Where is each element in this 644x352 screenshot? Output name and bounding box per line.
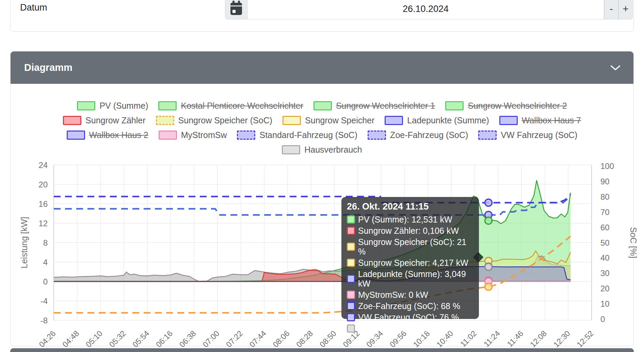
legend-item[interactable]: Wallbox Haus 2	[67, 130, 148, 140]
tooltip-swatch-icon	[347, 215, 355, 224]
tooltip-value: Sungrow Speicher: 4,217 kW	[358, 258, 468, 267]
legend-item[interactable]: Zoe-Fahrzeug (SoC)	[368, 130, 468, 140]
tooltip-row: VW Fahrzeug (SoC): 76 %	[347, 312, 473, 322]
date-input[interactable]	[247, 0, 604, 19]
legend-swatch-icon	[313, 101, 332, 110]
tooltip-title: 26. Okt. 2024 11:15	[347, 201, 473, 212]
tooltip-row: Sungrow Speicher (SoC): 21 %	[347, 237, 473, 256]
chart-legend: PV (Summe)Kostal Plenticore Wechselricht…	[11, 101, 633, 155]
legend-item[interactable]: Hausverbrauch	[282, 145, 362, 155]
tooltip-swatch-icon	[347, 243, 355, 251]
legend-row: PV (Summe)Kostal Plenticore Wechselricht…	[77, 101, 567, 111]
legend-item[interactable]: PV (Summe)	[77, 101, 148, 111]
date-increment-button[interactable]: +	[618, 0, 633, 19]
legend-swatch-icon	[445, 101, 464, 110]
diagram-header[interactable]: Diagramm	[11, 51, 633, 84]
tooltip-swatch-icon	[347, 259, 355, 267]
tooltip-row: Zoe-Fahrzeug (SoC): 68 %	[347, 301, 473, 311]
legend-item[interactable]: Sungrow Wechselrichter 2	[445, 101, 567, 111]
legend-label: VW Fahrzeug (SoC)	[501, 130, 577, 140]
legend-swatch-icon	[283, 116, 301, 125]
tooltip-swatch-icon	[347, 302, 355, 310]
calendar-button[interactable]	[225, 0, 247, 19]
legend-label: MyStromSw	[181, 130, 227, 140]
tooltip-value: PV (Summe): 12,531 kW	[358, 215, 452, 224]
tooltip-swatch-icon	[347, 313, 355, 321]
legend-swatch-icon	[67, 131, 85, 140]
legend-label: Hausverbrauch	[304, 145, 362, 155]
date-label: Datum	[20, 2, 47, 13]
chart-tooltip: 26. Okt. 2024 11:15 PV (Summe): 12,531 k…	[341, 197, 479, 319]
legend-swatch-icon	[63, 116, 81, 125]
legend-item[interactable]: MyStromSw	[159, 130, 227, 140]
legend-label: Standard-Fahrzeug (SoC)	[259, 130, 357, 140]
legend-label: Sungrow Wechselrichter 1	[336, 101, 435, 111]
legend-item[interactable]: Sungrow Zähler	[63, 116, 145, 125]
legend-item[interactable]: VW Fahrzeug (SoC)	[478, 130, 577, 140]
tooltip-value: MyStromSw: 0 kW	[358, 290, 428, 300]
tooltip-value: Zoe-Fahrzeug (SoC): 68 %	[358, 301, 460, 311]
legend-label: Wallbox Haus 2	[89, 130, 148, 140]
tooltip-value: Hausverbrauch: 3,009 kW	[358, 324, 456, 333]
chevron-down-icon[interactable]	[610, 65, 621, 71]
tooltip-row: Hausverbrauch: 3,009 kW	[347, 324, 473, 333]
legend-item[interactable]: Standard-Fahrzeug (SoC)	[237, 130, 357, 140]
tooltip-row: PV (Summe): 12,531 kW	[347, 215, 473, 224]
legend-label: Sungrow Speicher	[305, 116, 374, 125]
legend-swatch-icon	[499, 116, 518, 125]
calendar-icon	[230, 3, 242, 15]
tooltip-row: Ladepunkte (Summe): 3,049 kW	[347, 269, 473, 288]
tooltip-row: MyStromSw: 0 kW	[347, 290, 473, 300]
tooltip-swatch-icon	[347, 227, 355, 235]
legend-item[interactable]: Sungrow Speicher (SoC)	[156, 116, 273, 125]
legend-item[interactable]: Ladepunkte (Summe)	[385, 116, 489, 125]
tooltip-swatch-icon	[347, 291, 355, 299]
legend-label: Sungrow Speicher (SoC)	[178, 116, 273, 125]
tooltip-swatch-icon	[347, 324, 355, 333]
legend-item[interactable]: Wallbox Haus 7	[499, 116, 581, 125]
date-card: Datum - +	[10, 0, 634, 32]
legend-item[interactable]: Sungrow Speicher	[283, 116, 374, 125]
legend-swatch-icon	[156, 116, 174, 125]
legend-swatch-icon	[77, 101, 95, 110]
legend-label: Zoe-Fahrzeug (SoC)	[390, 130, 468, 140]
diagram-card: Diagramm PV (Summe)Kostal Plenticore Wec…	[10, 51, 634, 346]
date-input-group: - +	[225, 0, 633, 19]
tooltip-row: Sungrow Zähler: 0,106 kW	[347, 226, 473, 235]
legend-item[interactable]: Kostal Plenticore Wechselrichter	[158, 101, 303, 111]
legend-swatch-icon	[158, 101, 177, 110]
legend-swatch-icon	[237, 131, 255, 140]
legend-label: Wallbox Haus 7	[522, 116, 581, 125]
tooltip-value: VW Fahrzeug (SoC): 76 %	[358, 312, 459, 322]
legend-swatch-icon	[368, 131, 386, 140]
date-decrement-button[interactable]: -	[604, 0, 618, 19]
legend-label: Kostal Plenticore Wechselrichter	[181, 101, 303, 111]
legend-label: Sungrow Wechselrichter 2	[468, 101, 567, 111]
tooltip-value: Ladepunkte (Summe): 3,049 kW	[358, 269, 473, 288]
legend-swatch-icon	[478, 131, 497, 140]
legend-label: Sungrow Zähler	[85, 116, 145, 125]
legend-item[interactable]: Sungrow Wechselrichter 1	[313, 101, 435, 111]
legend-row: Hausverbrauch	[282, 145, 362, 155]
legend-label: PV (Summe)	[99, 101, 148, 111]
tooltip-swatch-icon	[347, 275, 355, 283]
legend-swatch-icon	[159, 131, 177, 140]
tooltip-value: Sungrow Speicher (SoC): 21 %	[358, 237, 473, 256]
next-panel-header[interactable]	[10, 348, 634, 352]
legend-swatch-icon	[282, 145, 300, 154]
tooltip-value: Sungrow Zähler: 0,106 kW	[358, 226, 459, 235]
tooltip-row: Sungrow Speicher: 4,217 kW	[347, 258, 473, 267]
diagram-title: Diagramm	[24, 51, 73, 84]
legend-row: Wallbox Haus 2MyStromSwStandard-Fahrzeug…	[67, 130, 578, 140]
legend-swatch-icon	[385, 116, 403, 125]
legend-label: Ladepunkte (Summe)	[407, 116, 489, 125]
legend-row: Sungrow ZählerSungrow Speicher (SoC)Sung…	[63, 116, 581, 125]
